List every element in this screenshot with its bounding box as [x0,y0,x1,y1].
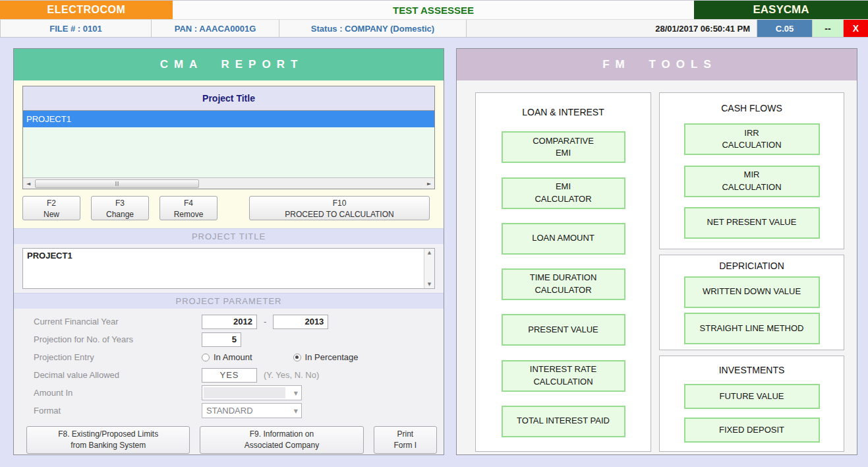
loan-interest-title: LOAN & INTEREST [522,107,604,117]
interest-rate-calculation-button[interactable]: INTEREST RATE CALCULATION [502,360,625,392]
cma-panel-title: CMA REPORT [14,49,444,80]
financial-year-label: Current Financial Year [34,317,202,327]
in-percentage-option[interactable]: In Percentage [293,352,359,362]
fm-panel-title: FM TOOLS [457,49,857,80]
file-number: FILE # : 0101 [0,20,152,37]
radio-selected-icon[interactable] [293,354,301,361]
in-percentage-label: In Percentage [305,352,359,362]
fm-tools-body: LOAN & INTEREST COMPARATIVE EMI EMI CALC… [457,80,857,461]
scroll-up-icon[interactable]: ▲ [424,250,435,255]
scroll-right-icon[interactable]: ► [424,181,434,187]
decimal-allowed-field[interactable] [202,368,257,383]
financial-year-to-field[interactable] [273,315,328,329]
format-value: STANDARD [206,406,253,416]
decimal-allowed-label: Decimal value Allowed [34,370,202,380]
project-title-section-header: PROJECT TITLE [14,228,444,244]
project-list-header: Project Title [23,86,434,111]
project-list-section: Project Title PROJECT1 ◄ ► F2 New F3 Cha… [14,80,444,228]
decimal-allowed-row: Decimal value Allowed (Y. Yes, N. No) [14,366,444,384]
financial-year-from-field[interactable] [202,315,257,329]
project-title-textarea[interactable]: PROJECT1 ▲ ▼ [22,248,435,289]
close-button[interactable]: X [844,20,868,37]
irr-calculation-button[interactable]: IRR CALCULATION [684,123,820,155]
projection-entry-row: Projection Entry In Amount In Percentage [14,348,444,366]
chevron-down-icon[interactable]: ▼ [294,390,298,396]
project-actions: F2 New F3 Change F4 Remove F10 PROCEED T… [22,196,435,220]
f4-remove-button[interactable]: F4 Remove [159,196,217,220]
cash-flows-title: CASH FLOWS [721,103,782,113]
mir-calculation-button[interactable]: MIR CALCULATION [684,166,820,197]
brand-logo: ELECTROCOM [0,1,173,19]
investments-group: INVESTMENTS FUTURE VALUE FIXED DEPOSIT [659,356,844,452]
total-interest-paid-button[interactable]: TOTAL INTEREST PAID [502,406,625,437]
loan-interest-group: LOAN & INTEREST COMPARATIVE EMI EMI CALC… [475,92,651,452]
projection-years-row: Projection for No. of Years [14,330,444,348]
decimal-allowed-hint: (Y. Yes, N. No) [264,370,319,380]
scrollbar-thumb[interactable] [35,179,199,188]
product-name: EASYCMA [694,1,868,19]
scrollbar-grip-icon [117,181,117,186]
present-value-button[interactable]: PRESENT VALUE [502,314,625,346]
amount-in-value [204,387,285,398]
format-label: Format [34,406,202,416]
in-amount-option[interactable]: In Amount [202,352,252,362]
title-bar: ELECTROCOM TEST ASSESSEE EASYCMA [0,1,868,19]
cma-footer-actions: F8. Existing/Proposed Limits from Bankin… [14,420,444,460]
financial-year-row: Current Financial Year - [14,313,444,330]
format-row: Format STANDARD ▼ [14,402,444,420]
scroll-down-icon[interactable]: ▼ [424,282,435,287]
scrollbar-track[interactable] [34,179,424,189]
amount-in-label: Amount In [34,388,202,398]
project-title-value[interactable]: PROJECT1 [23,249,424,288]
emi-calculator-button[interactable]: EMI CALCULATOR [502,177,625,209]
assessee-name: TEST ASSESSEE [173,1,694,19]
amount-in-dropdown[interactable]: ▼ [202,385,302,400]
time-duration-calculator-button[interactable]: TIME DURATION CALCULATOR [502,268,625,300]
written-down-value-button[interactable]: WRITTEN DOWN VALUE [684,276,820,308]
net-present-value-button[interactable]: NET PRESENT VALUE [684,207,820,239]
f9-associated-company-button[interactable]: F9. Information on Associated Company [200,426,363,454]
print-form1-button[interactable]: Print Form I [374,426,437,454]
info-bar: FILE # : 0101 PAN : AAACA0001G Status : … [0,19,868,38]
project-list: Project Title PROJECT1 ◄ ► [22,86,435,189]
investments-title: INVESTMENTS [719,365,785,375]
financial-year-separator: - [264,317,266,327]
future-value-button[interactable]: FUTURE VALUE [684,384,820,409]
radio-unselected-icon[interactable] [202,354,210,361]
pan-number: PAN : AAACA0001G [152,20,279,37]
amount-in-row: Amount In ▼ [14,384,444,402]
f3-change-button[interactable]: F3 Change [91,196,149,220]
straight-line-method-button[interactable]: STRAIGHT LINE METHOD [684,313,820,344]
depreciation-title: DEPRICIATION [719,261,784,271]
f2-new-button[interactable]: F2 New [22,196,80,220]
cash-flows-group: CASH FLOWS IRR CALCULATION MIR CALCULATI… [659,92,844,249]
fm-right-column: CASH FLOWS IRR CALCULATION MIR CALCULATI… [659,92,844,452]
project-parameter-section-header: PROJECT PARAMETER [14,293,444,309]
horizontal-scrollbar[interactable]: ◄ ► [23,177,434,189]
projection-entry-label: Projection Entry [34,352,202,362]
project-title-area: PROJECT1 ▲ ▼ [14,244,444,293]
fm-tools-panel: FM TOOLS LOAN & INTEREST COMPARATIVE EMI… [456,48,857,455]
minimize-button[interactable]: -- [813,20,844,37]
f8-existing-limits-button[interactable]: F8. Existing/Proposed Limits from Bankin… [26,426,190,454]
status-text: Status : COMPANY (Domestic) [279,20,467,37]
application-window: ELECTROCOM TEST ASSESSEE EASYCMA FILE # … [0,0,868,467]
projection-years-label: Projection for No. of Years [34,334,202,344]
version-badge[interactable]: C.05 [757,20,813,37]
project-parameters: Current Financial Year - Projection for … [14,309,444,420]
datetime: 28/01/2017 06:50:41 PM [467,20,757,37]
loan-amount-button[interactable]: LOAN AMOUNT [502,223,625,255]
f10-proceed-button[interactable]: F10 PROCEED TO CALCULATION [249,196,430,220]
fixed-deposit-button[interactable]: FIXED DEPOSIT [684,418,820,443]
projection-years-field[interactable] [202,332,241,347]
cma-report-panel: CMA REPORT Project Title PROJECT1 ◄ ► F2… [13,48,444,455]
comparative-emi-button[interactable]: COMPARATIVE EMI [502,131,625,163]
depreciation-group: DEPRICIATION WRITTEN DOWN VALUE STRAIGHT… [659,255,844,350]
project-list-empty-area[interactable] [23,127,434,177]
scroll-left-icon[interactable]: ◄ [23,181,34,187]
list-item[interactable]: PROJECT1 [23,111,434,127]
chevron-down-icon[interactable]: ▼ [294,408,298,414]
vertical-scrollbar[interactable]: ▲ ▼ [424,249,434,288]
format-dropdown[interactable]: STANDARD ▼ [202,403,302,418]
in-amount-label: In Amount [214,352,252,362]
